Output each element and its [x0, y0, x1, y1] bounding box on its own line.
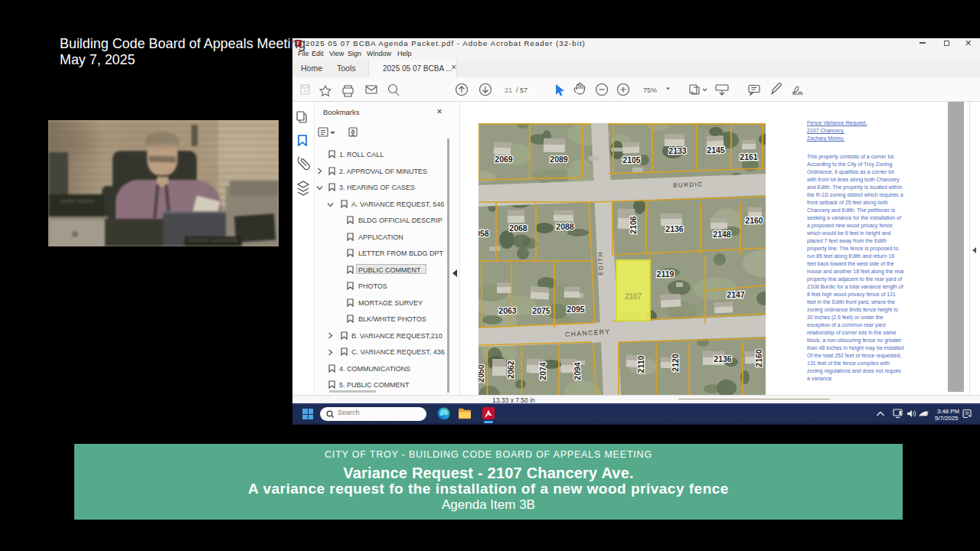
svg-text:2107: 2107 — [625, 292, 642, 301]
svg-text:2160: 2160 — [745, 216, 763, 225]
svg-text:2136: 2136 — [714, 354, 732, 364]
svg-text:2106: 2106 — [629, 216, 638, 234]
svg-text:2062: 2062 — [506, 360, 515, 379]
svg-text:2088: 2088 — [556, 222, 574, 231]
svg-text:21: 21 — [505, 86, 512, 94]
svg-text:75%: 75% — [643, 86, 657, 94]
svg-text:2105: 2105 — [622, 155, 641, 165]
svg-text:2133: 2133 — [668, 146, 687, 155]
svg-text:2136: 2136 — [665, 224, 684, 233]
svg-text:2160: 2160 — [754, 349, 763, 367]
svg-text:2050: 2050 — [479, 364, 485, 383]
svg-text:2075: 2075 — [532, 306, 550, 315]
svg-text:2120: 2120 — [671, 354, 680, 372]
svg-text:2110: 2110 — [636, 355, 645, 373]
svg-text:2068: 2068 — [509, 223, 528, 233]
svg-text:2145: 2145 — [707, 145, 725, 155]
svg-text:2074: 2074 — [538, 362, 547, 380]
svg-text:2161: 2161 — [740, 152, 758, 161]
svg-text:2119: 2119 — [657, 269, 675, 279]
svg-text:2094: 2094 — [573, 362, 582, 380]
svg-text:2089: 2089 — [550, 155, 568, 164]
svg-text:2147: 2147 — [727, 290, 745, 299]
svg-text:BURDIC: BURDIC — [673, 181, 704, 188]
svg-text:2069: 2069 — [495, 155, 513, 164]
svg-text:2063: 2063 — [498, 306, 517, 315]
svg-text:/ 57: / 57 — [516, 86, 528, 94]
svg-text:2058: 2058 — [479, 229, 489, 238]
svg-text:2148: 2148 — [713, 230, 731, 239]
svg-text:EDITH: EDITH — [597, 251, 605, 276]
svg-text:2095: 2095 — [567, 305, 585, 314]
